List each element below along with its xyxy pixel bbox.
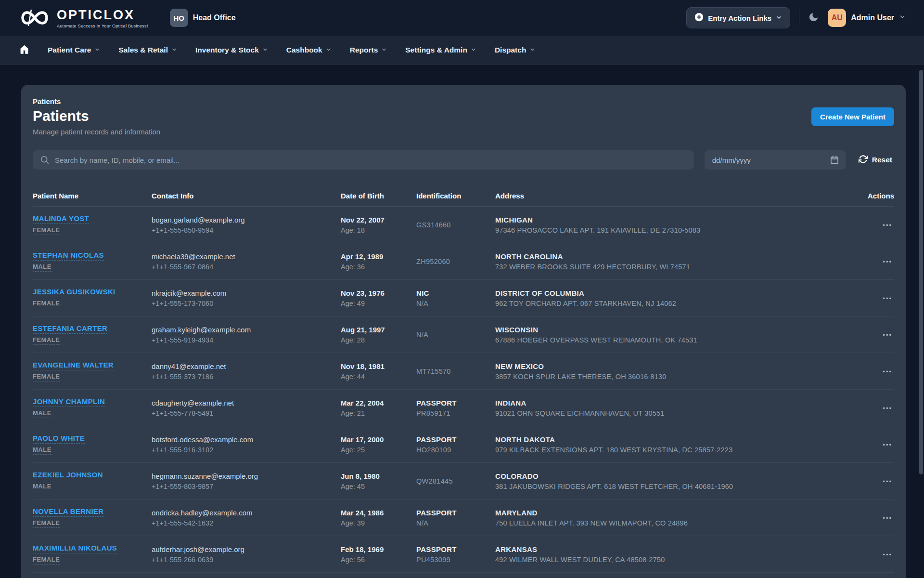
row-actions-button[interactable]: ••• [867, 551, 894, 558]
dark-mode-toggle[interactable] [808, 12, 819, 24]
table-row: ESTEFANIA CARTER FEMALE graham.kyleigh@e… [33, 316, 894, 353]
address-state: WISCONSIN [495, 326, 867, 334]
nav-item[interactable]: Settings & Admin [405, 46, 476, 54]
patient-name-link[interactable]: JOHNNY CHAMPLIN [33, 397, 105, 407]
row-actions-button[interactable]: ••• [867, 478, 894, 485]
chevron-down-icon [94, 46, 100, 54]
chevron-down-icon [776, 14, 782, 22]
nav-item[interactable]: Inventory & Stock [195, 46, 268, 54]
patient-age: Age: 45 [341, 483, 416, 490]
address-state: MICHIGAN [495, 216, 867, 224]
table-row: PAOLO WHITE MALE botsford.odessa@example… [33, 426, 894, 463]
address-street: 750 LUELLA INLET APT. 393 NEW WILMAPORT,… [495, 519, 867, 527]
patient-name-link[interactable]: JESSIKA GUSIKOWSKI [33, 288, 116, 297]
branch-name: Head Office [193, 13, 236, 22]
moon-icon [808, 12, 819, 24]
patient-dob: Mar 22, 2004 [341, 399, 416, 407]
patient-name-link[interactable]: MAXIMILLIA NIKOLAUS [33, 544, 117, 553]
row-actions-button[interactable]: ••• [867, 368, 894, 375]
row-actions-button[interactable]: ••• [867, 514, 894, 522]
row-actions-button[interactable]: ••• [867, 258, 894, 265]
patient-email: graham.kyleigh@example.com [152, 326, 341, 334]
chevron-down-icon [326, 46, 332, 54]
identification-number: ZH952060 [416, 258, 495, 265]
table-row: EVANGELINE WALTER FEMALE danny41@example… [33, 353, 894, 390]
patient-dob: Mar 17, 2000 [341, 435, 416, 444]
address-street: 381 JAKUBOWSKI RIDGES APT. 618 WEST FLET… [495, 483, 867, 490]
create-new-patient-button[interactable]: Create New Patient [811, 107, 894, 126]
more-options-icon: ••• [883, 222, 892, 229]
patient-name-link[interactable]: NOVELLA BERNIER [33, 507, 103, 517]
row-actions-button[interactable]: ••• [867, 331, 894, 339]
nav-item[interactable]: Cashbook [286, 46, 332, 54]
table-row: EZEKIEL JOHNSON MALE hegmann.suzanne@exa… [33, 463, 894, 499]
table-row: MALINDA YOST FEMALE bogan.garland@exampl… [33, 207, 894, 243]
patient-email: hegmann.suzanne@example.org [152, 472, 341, 480]
row-actions-button[interactable]: ••• [867, 441, 894, 448]
patients-card: Patients Patients Manage patient records… [21, 85, 906, 578]
patient-phone: +1+1-555-803-9857 [152, 483, 341, 490]
patient-age: Age: 49 [341, 300, 416, 307]
row-actions-button[interactable]: ••• [867, 295, 894, 302]
patient-phone: +1+1-555-919-4934 [152, 336, 341, 344]
patient-age: Age: 18 [341, 226, 416, 234]
date-filter-input[interactable] [705, 150, 846, 170]
address-street: 979 KILBACK EXTENSIONS APT. 180 WEST KRY… [495, 446, 867, 454]
nav-item[interactable]: Reports [350, 46, 387, 54]
address-state: NORTH DAKOTA [495, 435, 867, 444]
patient-gender: FEMALE [33, 336, 60, 345]
page-subtitle: Manage patient records and information [33, 128, 160, 136]
patient-email: nkrajcik@example.com [152, 289, 341, 297]
patient-name-link[interactable]: MALINDA YOST [33, 214, 89, 224]
patient-age: Age: 36 [341, 263, 416, 271]
patient-phone: +1+1-555-850-9594 [152, 226, 341, 234]
patient-name-link[interactable]: EZEKIEL JOHNSON [33, 471, 103, 480]
page-scrollbar[interactable] [918, 0, 924, 578]
header-divider [799, 10, 799, 26]
column-header-contact-info: Contact Info [152, 192, 341, 200]
patient-dob: Feb 18, 1969 [341, 545, 416, 553]
more-options-icon: ••• [883, 405, 892, 412]
refresh-icon [859, 155, 868, 166]
home-icon [19, 44, 29, 56]
address-state: NEW MEXICO [495, 362, 867, 370]
patient-dob: Jun 8, 1980 [341, 472, 416, 480]
page-title: Patients [33, 108, 160, 124]
nav-item[interactable]: Patient Care [48, 46, 100, 54]
reset-filters-button[interactable]: Reset [857, 155, 894, 166]
entry-action-links-button[interactable]: Entry Action Links [686, 7, 790, 28]
patient-name-link[interactable]: PAOLO WHITE [33, 434, 85, 444]
patient-phone: +1+1-555-778-5491 [152, 409, 341, 417]
column-header-patient-name: Patient Name [33, 192, 152, 200]
chevron-down-icon [171, 46, 177, 54]
branch-badge: HO [170, 9, 188, 27]
nav-home-button[interactable] [19, 44, 29, 56]
more-options-icon: ••• [883, 368, 892, 375]
identification-number: N/A [416, 300, 495, 307]
plus-circle-icon [694, 13, 704, 23]
patient-gender: FEMALE [33, 519, 60, 528]
scrollbar-thumb[interactable] [919, 70, 923, 474]
address-state: DISTRICT OF COLUMBIA [495, 289, 867, 297]
reset-label: Reset [872, 156, 892, 164]
table-body: MALINDA YOST FEMALE bogan.garland@exampl… [33, 207, 894, 578]
row-actions-button[interactable]: ••• [867, 405, 894, 412]
patient-name-link[interactable]: ESTEFANIA CARTER [33, 324, 107, 334]
nav-item[interactable]: Dispatch [495, 46, 535, 54]
brand-tagline: Automate Success in Your Optical Busines… [57, 24, 148, 28]
chevron-down-icon [381, 46, 387, 54]
chevron-down-icon [471, 46, 476, 54]
patient-dob: Nov 18, 1981 [341, 362, 416, 370]
patient-name-link[interactable]: EVANGELINE WALTER [33, 361, 114, 370]
more-options-icon: ••• [883, 551, 892, 558]
nav-item[interactable]: Sales & Retail [118, 46, 177, 54]
patient-age: Age: 56 [341, 556, 416, 564]
patient-gender: MALE [33, 446, 51, 455]
search-input[interactable] [33, 150, 694, 170]
row-actions-button[interactable]: ••• [867, 222, 894, 229]
identification-number: GS314660 [416, 221, 495, 229]
user-name: Admin User [851, 13, 894, 22]
user-menu[interactable]: AU Admin User [828, 9, 906, 27]
patient-name-link[interactable]: STEPHAN NICOLAS [33, 251, 104, 261]
patient-email: cdaugherty@example.net [152, 399, 341, 407]
